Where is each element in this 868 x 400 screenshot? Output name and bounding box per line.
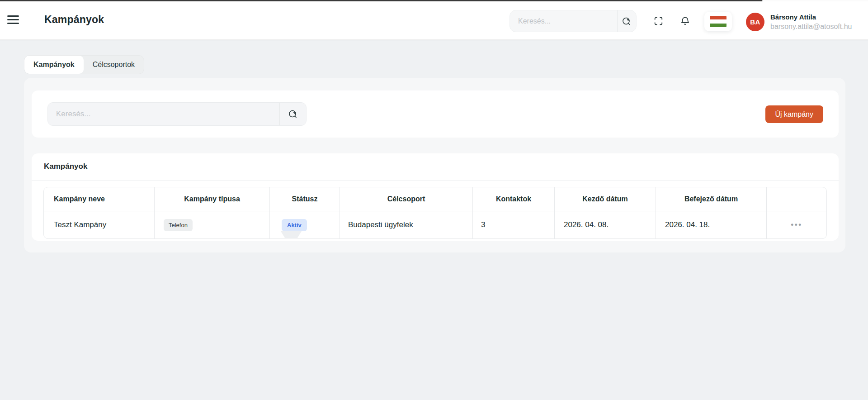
tab-kampanyok[interactable]: Kampányok	[24, 56, 84, 74]
tab-celcsoportok[interactable]: Célcsoportok	[84, 56, 144, 74]
cell-actions: •••	[767, 211, 826, 238]
tab-bar: Kampányok Célcsoportok	[24, 55, 144, 74]
menu-icon[interactable]	[7, 15, 21, 27]
col-contacts: Kontaktok	[473, 187, 555, 211]
col-actions	[767, 187, 826, 211]
campaigns-table: Kampány neve Kampány típusa Státusz Célc…	[43, 187, 827, 239]
cell-end-date: 2026. 04. 18.	[656, 211, 767, 238]
divider	[32, 180, 839, 181]
card-title: Kampányok	[44, 162, 87, 171]
header-search-input[interactable]	[510, 10, 617, 32]
cell-campaign-name: Teszt Kampány	[44, 211, 155, 238]
campaign-search-input[interactable]	[48, 103, 279, 125]
user-menu[interactable]: BA Bársony Attila barsony.attila@atosoft…	[746, 12, 852, 32]
table-header-row: Kampány neve Kampány típusa Státusz Célc…	[44, 187, 826, 211]
cell-status: Aktív	[270, 211, 340, 238]
bell-icon[interactable]	[679, 15, 691, 27]
user-email: barsony.attila@atosoft.hu	[770, 22, 852, 32]
language-flag-button[interactable]	[704, 12, 732, 31]
row-actions-icon[interactable]: •••	[791, 220, 802, 229]
campaign-search	[47, 102, 307, 126]
fullscreen-icon[interactable]	[652, 15, 664, 27]
col-end-date: Befejező dátum	[656, 187, 767, 211]
col-campaign-type: Kampány típusa	[155, 187, 270, 211]
cell-target-group: Budapesti ügyfelek	[340, 211, 473, 238]
avatar[interactable]: BA	[746, 13, 764, 31]
col-status: Státusz	[270, 187, 340, 211]
type-badge: Telefon	[164, 219, 193, 231]
col-start-date: Kezdő dátum	[555, 187, 656, 211]
filter-card: Új kampány	[32, 90, 839, 138]
app-header: Kampányok BA	[0, 1, 868, 40]
header-search	[509, 10, 637, 32]
status-badge: Aktív	[282, 219, 307, 231]
page-title: Kampányok	[44, 14, 104, 26]
table-row: Teszt Kampány Telefon Aktív Budapesti üg…	[44, 211, 826, 238]
col-target-group: Célcsoport	[340, 187, 473, 211]
new-campaign-button[interactable]: Új kampány	[765, 105, 823, 123]
search-icon[interactable]	[618, 10, 636, 32]
col-campaign-name: Kampány neve	[44, 187, 155, 211]
tooltip-arrow	[281, 231, 302, 238]
cell-start-date: 2026. 04. 08.	[555, 211, 656, 238]
hungarian-flag-icon	[710, 16, 726, 27]
content-panel: Új kampány Kampányok Kampány neve Kampán…	[24, 78, 845, 252]
campaigns-card: Kampányok Kampány neve Kampány típusa St…	[32, 153, 839, 241]
search-icon[interactable]	[280, 103, 306, 125]
cell-contacts: 3	[473, 211, 555, 238]
user-name: Bársony Attila	[770, 12, 852, 22]
cell-campaign-type: Telefon	[155, 211, 270, 238]
